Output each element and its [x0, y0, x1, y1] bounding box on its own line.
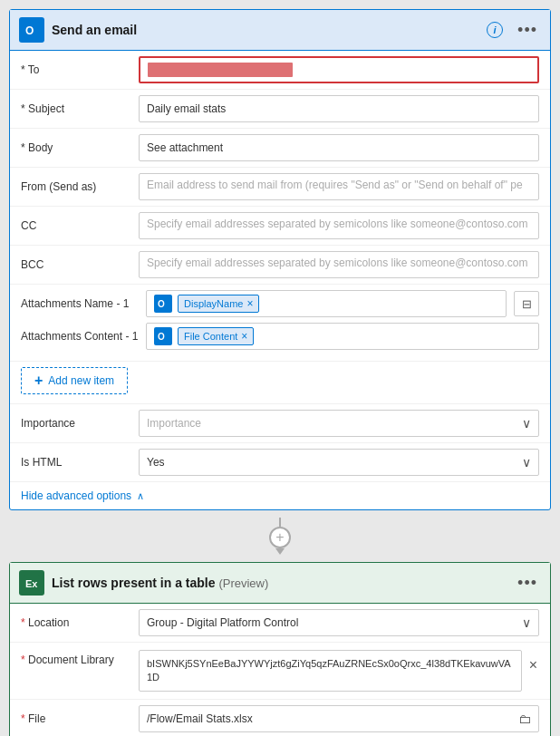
svg-text:O: O [25, 24, 34, 37]
doc-library-label: Document Library [21, 650, 139, 666]
doc-library-row: Document Library bISWNKj5SYnEeBaJYYWYjzt… [10, 643, 550, 700]
more-options-button[interactable]: ••• [514, 19, 541, 42]
attachment-content-icon: O [154, 327, 172, 345]
file-input[interactable]: /Flow/Email Stats.xlsx 🗀 [139, 705, 539, 732]
attachment-name-row: Attachments Name - 1 O DisplayName × ⊟ [21, 290, 539, 317]
bcc-input[interactable]: Specify email addresses separated by sem… [139, 251, 539, 278]
hide-advanced-button[interactable]: Hide advanced options ∧ [10, 482, 155, 509]
subject-label: * Subject [21, 102, 139, 115]
file-content-token-remove[interactable]: × [241, 330, 247, 343]
cc-label: CC [21, 219, 139, 232]
cc-row: CC Specify email addresses separated by … [10, 207, 550, 246]
attachment-content-row: Attachments Content - 1 O File Content × [21, 323, 539, 350]
location-chevron-icon: ∨ [522, 615, 531, 630]
to-error-highlight [148, 63, 293, 77]
is-html-select[interactable]: Yes ∨ [139, 449, 539, 476]
send-email-card: O Send an email i ••• * To * Subject * B… [9, 9, 551, 510]
attachment-content-field[interactable]: O File Content × [146, 323, 539, 350]
excel-more-options-button[interactable]: ••• [514, 572, 541, 595]
outlook-icon: O [19, 17, 44, 43]
from-input[interactable]: Email address to send mail from (require… [139, 173, 539, 200]
attachments-section: Attachments Name - 1 O DisplayName × ⊟ A [10, 285, 550, 362]
email-header-actions: i ••• [483, 19, 541, 42]
is-html-row: Is HTML Yes ∨ [10, 443, 550, 482]
is-html-label: Is HTML [21, 456, 139, 469]
attachment-delete-btn[interactable]: ⊟ [514, 291, 539, 316]
add-new-item-section: + Add new item [10, 362, 550, 404]
connector-circle[interactable]: + [269, 527, 291, 548]
importance-chevron-icon: ∨ [522, 416, 531, 431]
connector: + [9, 510, 551, 562]
bcc-label: BCC [21, 258, 139, 271]
from-row: From (Send as) Email address to send mai… [10, 168, 550, 207]
location-select[interactable]: Group - Digital Platform Control ∨ [139, 609, 539, 636]
body-input[interactable] [139, 134, 539, 161]
display-name-token-remove[interactable]: × [246, 297, 253, 310]
bcc-row: BCC Specify email addresses separated by… [10, 246, 550, 285]
email-card-title: Send an email [52, 23, 476, 37]
info-button[interactable]: i [483, 20, 507, 40]
to-row: * To [10, 51, 550, 90]
importance-label: Importance [21, 417, 139, 430]
excel-header-actions: ••• [514, 572, 541, 595]
connector-arrow [275, 548, 285, 555]
connector-line-top [279, 518, 281, 527]
importance-row: Importance Importance ∨ [10, 404, 550, 443]
doc-library-clear-button[interactable]: × [527, 650, 539, 675]
location-row: Location Group - Digital Platform Contro… [10, 604, 550, 643]
subject-row: * Subject [10, 90, 550, 129]
to-input[interactable] [139, 56, 539, 83]
attachment-name-label: Attachments Name - 1 [21, 297, 139, 310]
file-label: File [21, 712, 139, 725]
importance-select[interactable]: Importance ∨ [139, 410, 539, 437]
info-icon: i [487, 22, 503, 38]
excel-card-header: Ex List rows present in a table (Preview… [10, 563, 550, 604]
file-browse-icon: 🗀 [518, 712, 531, 726]
excel-card: Ex List rows present in a table (Preview… [9, 562, 551, 736]
plus-icon: + [34, 373, 43, 389]
attachment-content-label: Attachments Content - 1 [21, 330, 139, 343]
svg-text:Ex: Ex [25, 578, 38, 589]
excel-more-icon: ••• [517, 574, 537, 593]
file-content-token[interactable]: File Content × [178, 327, 254, 345]
from-label: From (Send as) [21, 180, 139, 193]
svg-text:O: O [158, 299, 165, 309]
location-label: Location [21, 616, 139, 629]
delete-icon: ⊟ [522, 297, 532, 311]
is-html-chevron-icon: ∨ [522, 455, 531, 470]
clear-icon: × [529, 657, 537, 673]
cc-input[interactable]: Specify email addresses separated by sem… [139, 212, 539, 239]
email-card-header: O Send an email i ••• [10, 10, 550, 51]
chevron-up-icon: ∧ [137, 490, 144, 502]
attachment-name-icon: O [154, 295, 172, 313]
plus-connector-icon: + [275, 529, 284, 546]
body-row: * Body [10, 129, 550, 168]
svg-text:O: O [158, 332, 165, 342]
display-name-token[interactable]: DisplayName × [178, 295, 259, 313]
file-row: File /Flow/Email Stats.xlsx 🗀 [10, 700, 550, 736]
more-icon: ••• [517, 21, 537, 40]
attachment-name-field[interactable]: O DisplayName × [146, 290, 507, 317]
excel-icon: Ex [19, 570, 44, 596]
to-label: * To [21, 63, 139, 76]
subject-input[interactable] [139, 95, 539, 122]
body-label: * Body [21, 141, 139, 154]
doc-library-input[interactable]: bISWNKj5SYnEeBaJYYWYjzt6gZiYq5qzFAuZRNEc… [139, 650, 522, 692]
excel-card-title: List rows present in a table (Preview) [52, 576, 507, 590]
add-new-item-button[interactable]: + Add new item [21, 367, 128, 394]
